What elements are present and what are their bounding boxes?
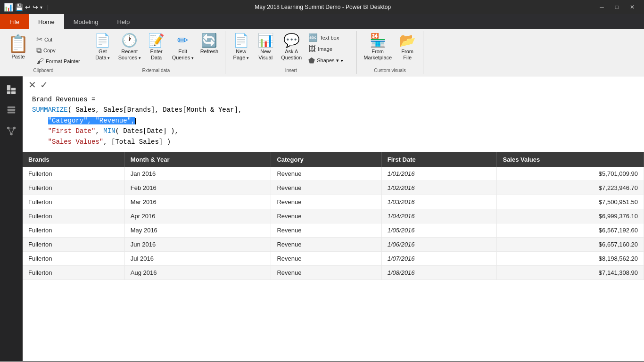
cell-month: Apr 2016: [124, 209, 271, 223]
external-data-group: 📄 GetData 🕐 RecentSources 📝 EnterData ✏ …: [87, 31, 225, 74]
format-painter-button[interactable]: 🖌 Format Painter: [33, 56, 83, 66]
cell-month: Feb 2016: [124, 181, 271, 195]
sidebar-model-icon[interactable]: [3, 123, 20, 140]
title-bar-icons: 📊 💾 ↩ ↪ ▾ |: [4, 3, 51, 12]
minimize-button[interactable]: ─: [594, 0, 610, 14]
image-icon: 🖼: [308, 45, 316, 53]
custom-visuals-buttons: 🏪 FromMarketplace 📂 FromFile: [361, 32, 419, 67]
shapes-label: Shapes ▾: [317, 58, 339, 64]
cell-category: Revenue: [271, 209, 381, 223]
cell-category: Revenue: [271, 167, 381, 181]
refresh-button[interactable]: 🔄 Refresh: [198, 32, 222, 66]
cell-brand: Fullerton: [23, 167, 124, 181]
paste-icon: 📋: [8, 34, 29, 54]
window-controls[interactable]: ─ □ ✕: [594, 0, 640, 14]
text-box-label: Text box: [320, 35, 339, 41]
data-table: Brands Month & Year Category First Date …: [23, 152, 644, 280]
cell-month: Jul 2016: [124, 251, 271, 265]
table-header: Brands Month & Year Category First Date …: [23, 152, 644, 167]
ask-question-button[interactable]: 💬 Ask AQuestion: [278, 32, 305, 66]
new-visual-button[interactable]: 📊 NewVisual: [254, 32, 277, 66]
cell-date: 1/08/2016: [381, 265, 497, 280]
table-row: Fullerton May 2016 Revenue 1/05/2016 $6,…: [23, 223, 644, 237]
from-marketplace-icon: 🏪: [370, 34, 386, 47]
formula-controls: ✕ ✓: [28, 79, 638, 90]
col-category: Category: [271, 152, 381, 167]
cell-date: 1/01/2016: [381, 167, 497, 181]
cell-month: Aug 2016: [124, 265, 271, 280]
get-data-label: GetData: [95, 49, 110, 61]
tab-modeling[interactable]: Modeling: [64, 14, 108, 29]
shapes-button[interactable]: ⬟ Shapes ▾: [305, 55, 353, 66]
clipboard-label: Clipboard: [4, 67, 83, 73]
cell-category: Revenue: [271, 181, 381, 195]
formula-bar: ✕ ✓ Brand Revenues = SUMMARIZE( Sales, S…: [23, 76, 644, 152]
ask-question-icon: 💬: [283, 34, 300, 47]
svg-rect-6: [8, 112, 16, 114]
insert-buttons: 📄 NewPage 📊 NewVisual 💬 Ask AQuestion 🔤 …: [229, 32, 353, 67]
tab-file[interactable]: File: [0, 14, 29, 29]
sidebar-report-icon[interactable]: [3, 81, 20, 98]
paste-label: Paste: [11, 54, 25, 59]
cell-date: 1/03/2016: [381, 195, 497, 209]
new-page-label: NewPage: [233, 49, 249, 61]
paste-button[interactable]: 📋 Paste: [4, 32, 33, 66]
edit-queries-button[interactable]: ✏ EditQueries: [169, 32, 197, 66]
external-data-buttons: 📄 GetData 🕐 RecentSources 📝 EnterData ✏ …: [91, 32, 221, 67]
dax-line-3: "Category", "Revenue",: [32, 115, 635, 126]
cell-brand: Fullerton: [23, 265, 124, 280]
from-marketplace-label: FromMarketplace: [363, 49, 392, 61]
new-visual-label: NewVisual: [258, 49, 272, 61]
formula-confirm-button[interactable]: ✓: [40, 79, 48, 90]
cell-sales: $7,223,946.70: [497, 181, 644, 195]
from-marketplace-button[interactable]: 🏪 FromMarketplace: [361, 32, 395, 66]
quick-access-dropdown[interactable]: ▾: [40, 5, 42, 10]
app-icon: 📊: [4, 3, 13, 12]
window-title: May 2018 Learning Summit Demo - Power BI…: [55, 4, 590, 10]
cell-sales: $6,657,160.20: [497, 237, 644, 251]
undo-icon[interactable]: ↩: [25, 3, 31, 11]
cut-button[interactable]: ✂ Cut: [33, 34, 83, 45]
dax-editor[interactable]: Brand Revenues = SUMMARIZE( Sales, Sales…: [28, 92, 638, 149]
cell-category: Revenue: [271, 237, 381, 251]
recent-sources-button[interactable]: 🕐 RecentSources: [116, 32, 144, 66]
tab-home[interactable]: Home: [29, 14, 64, 29]
from-file-icon: 📂: [399, 34, 416, 47]
svg-rect-5: [8, 109, 16, 111]
cell-sales: $5,701,009.90: [497, 167, 644, 181]
dax-line-4: "First Date", MIN( Dates[Date] ),: [32, 126, 635, 136]
copy-button[interactable]: ⧉ Copy: [33, 45, 83, 56]
image-label: Image: [318, 46, 332, 52]
cell-sales: $8,198,562.20: [497, 251, 644, 265]
edit-queries-label: EditQueries: [172, 49, 194, 61]
tab-help[interactable]: Help: [107, 14, 139, 29]
dax-line-1: Brand Revenues =: [32, 94, 635, 105]
svg-rect-3: [7, 91, 10, 94]
clipboard-group: 📋 Paste ✂ Cut ⧉ Copy 🖌 Format Painter Cl…: [0, 31, 87, 74]
svg-rect-2: [11, 91, 16, 94]
formula-cancel-button[interactable]: ✕: [28, 79, 36, 90]
clipboard-small-buttons: ✂ Cut ⧉ Copy 🖌 Format Painter: [33, 32, 83, 66]
text-box-button[interactable]: 🔤 Text box: [305, 32, 353, 43]
shapes-icon: ⬟: [308, 56, 315, 65]
close-button[interactable]: ✕: [624, 0, 640, 14]
redo-icon[interactable]: ↪: [33, 3, 38, 11]
cell-category: Revenue: [271, 223, 381, 237]
cell-brand: Fullerton: [23, 181, 124, 195]
recent-sources-label: RecentSources: [118, 49, 141, 61]
svg-line-11: [8, 128, 11, 134]
ask-question-label: Ask AQuestion: [281, 49, 302, 61]
get-data-button[interactable]: 📄 GetData: [91, 32, 115, 66]
new-page-button[interactable]: 📄 NewPage: [229, 32, 253, 66]
get-data-icon: 📄: [94, 34, 111, 47]
maximize-button[interactable]: □: [610, 0, 624, 14]
sidebar-data-icon[interactable]: [3, 102, 20, 119]
save-icon[interactable]: 💾: [15, 3, 23, 11]
image-button[interactable]: 🖼 Image: [305, 44, 353, 54]
header-row: Brands Month & Year Category First Date …: [23, 152, 644, 167]
from-file-button[interactable]: 📂 FromFile: [396, 32, 419, 66]
cell-date: 1/04/2016: [381, 209, 497, 223]
enter-data-button[interactable]: 📝 EnterData: [145, 32, 168, 66]
cell-brand: Fullerton: [23, 251, 124, 265]
ribbon-tabs: File Home Modeling Help: [0, 14, 644, 29]
